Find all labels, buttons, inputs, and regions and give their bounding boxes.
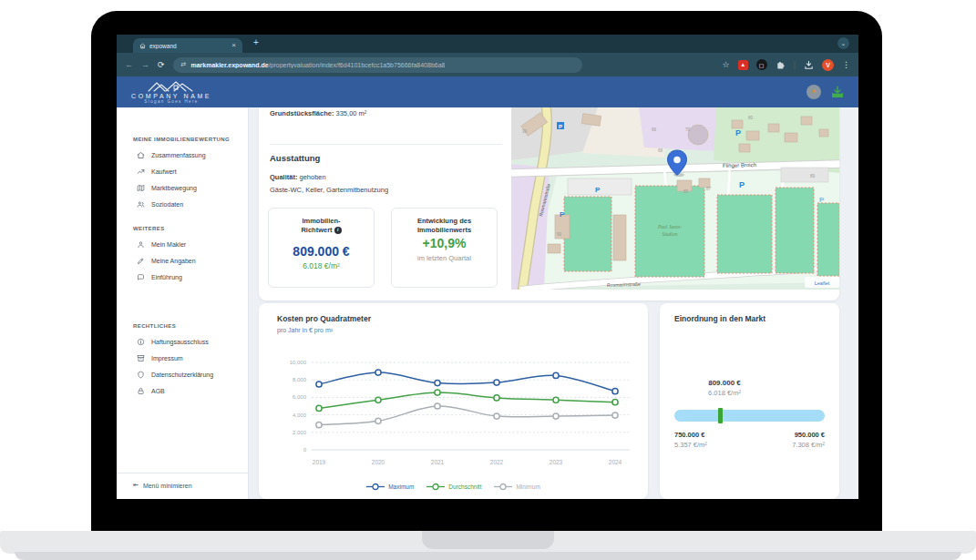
sidebar-item-label: Zusammenfassung (151, 152, 206, 158)
laptop-base-notch (422, 531, 554, 549)
sidebar-item-soziodaten[interactable]: Soziodaten (117, 196, 248, 212)
company-slogan: Slogan Goes Here (144, 99, 198, 104)
downloads-icon[interactable] (804, 60, 814, 70)
sidebar-item-zusammenfassung[interactable]: Zusammenfassung (117, 147, 248, 163)
shield-icon (137, 371, 145, 379)
tab-search-chevron-icon[interactable]: ⌄ (837, 37, 849, 49)
minimize-label: Menü minimieren (143, 483, 192, 489)
chart-title: Kosten pro Quadratmeter (277, 314, 371, 323)
url-bar[interactable]: ⇄ markmakler.expowand.de/propertyvaluati… (173, 57, 582, 73)
app-header: COMPANY NAME Slogan Goes Here ☀ (117, 76, 858, 107)
chart-legend: MaximumDurchschnittMinimum (259, 483, 648, 491)
sidebar-item-label: Meine Angaben (151, 258, 196, 264)
sidebar-section-bewertung: MEINE IMMOBILIENBEWERTUNG (133, 137, 248, 142)
development-card: Entwicklung des Immobilienwerts +10,9% i… (391, 208, 498, 288)
svg-text:8,000: 8,000 (293, 377, 307, 382)
sidebar-item-label: Soziodaten (151, 201, 183, 208)
sidebar-item-einfuehrung[interactable]: Einführung (117, 269, 248, 285)
svg-text:2020: 2020 (372, 459, 385, 465)
back-icon[interactable]: ← (125, 61, 133, 69)
sidebar-section-weiteres: WEITERES (133, 226, 248, 231)
extensions-puzzle-icon[interactable] (776, 60, 786, 70)
user-icon (137, 240, 145, 249)
market-min: 750.000 € 5.357 €/m² (674, 431, 707, 449)
tab-title: expowand (149, 43, 228, 49)
info-icon[interactable]: i (334, 227, 342, 234)
pen-icon (137, 257, 145, 265)
archive-icon (137, 354, 145, 362)
browser-menu-icon[interactable]: ⋮ (842, 61, 850, 69)
laptop-base-lip (15, 552, 961, 560)
chat-bubble-icon (137, 273, 145, 281)
svg-text:P: P (819, 196, 825, 204)
svg-text:6,000: 6,000 (293, 394, 307, 400)
tab-close-icon[interactable]: × (231, 42, 236, 49)
map-canvas[interactable]: P P P P P P 39 66 70 (511, 107, 839, 290)
browser-tab[interactable]: expowand × (133, 38, 242, 53)
sidebar-item-label: Impressum (151, 355, 183, 361)
home-favicon-icon (139, 43, 146, 49)
development-caption: im letzten Quartal (392, 254, 497, 262)
sidebar-item-kaufwert[interactable]: Kaufwert (117, 163, 248, 179)
pdf-extension-icon[interactable]: ▲ (738, 60, 748, 70)
legend-item-maximum[interactable]: Maximum (366, 483, 414, 491)
sidebar-item-mein-makler[interactable]: Mein Makler (117, 236, 248, 252)
collapse-icon: ⇤ (133, 482, 139, 489)
svg-text:4,000: 4,000 (293, 412, 307, 418)
richtwert-per-sqm: 6.018 €/m² (269, 261, 374, 270)
company-name: COMPANY NAME (131, 93, 211, 99)
market-position-marker (718, 408, 723, 423)
browser-tabbar: expowand × + ⌄ (117, 35, 858, 53)
features-title: Ausstattung (270, 153, 320, 163)
site-info-icon[interactable]: ⇄ (181, 61, 187, 68)
svg-text:68: 68 (658, 148, 663, 153)
new-tab-button[interactable]: + (253, 37, 259, 47)
property-overview-card: Grundstücksfläche: 335,00 m² Ausstattung… (259, 107, 839, 300)
sidebar-item-agb[interactable]: AGB (117, 382, 248, 399)
market-max-per-sqm: 7.308 €/m² (792, 441, 825, 449)
market-max-value: 950.000 € (792, 431, 825, 439)
svg-text:10,000: 10,000 (290, 360, 307, 365)
bookmark-star-icon[interactable]: ☆ (723, 61, 730, 69)
market-min-value: 750.000 € (674, 431, 707, 439)
profile-avatar[interactable]: V (822, 59, 834, 71)
svg-text:Stadion: Stadion (663, 231, 678, 237)
export-download-icon[interactable] (831, 86, 844, 98)
legend-item-durchschnitt[interactable]: Durchschnitt (426, 483, 481, 491)
svg-text:2022: 2022 (490, 459, 504, 465)
sidebar-item-label: Mein Makler (151, 241, 186, 248)
svg-text:2024: 2024 (609, 459, 622, 465)
extension-icon[interactable]: ▢ (756, 59, 767, 70)
svg-text:2023: 2023 (550, 459, 563, 465)
area-value: 335,00 m² (336, 109, 367, 117)
line-chart: 10,0008,0006,0004,0002,00002019202020212… (270, 345, 637, 482)
sidebar-minimize-button[interactable]: ⇤ Menü minimieren (117, 473, 248, 499)
development-title-line1: Entwicklung des (417, 217, 471, 225)
sidebar-item-meine-angaben[interactable]: Meine Angaben (117, 252, 248, 269)
legend-item-minimum[interactable]: Minimum (494, 483, 539, 491)
url-text: markmakler.expowand.de/propertyvaluation… (190, 62, 445, 68)
refresh-icon[interactable]: ⟳ (158, 61, 165, 69)
sidebar-item-datenschutz[interactable]: Datenschutzerklärung (117, 366, 248, 382)
market-range-bar (674, 410, 825, 422)
chart-subtitle: pro Jahr in € pro m² (277, 327, 333, 333)
url-path: /propertyvaluation/index/f6d4101bcefcc1a… (269, 62, 446, 68)
sidebar-item-haftungsausschluss[interactable]: Haftungsausschluss (117, 333, 248, 350)
svg-text:P: P (735, 128, 741, 137)
svg-text:P: P (739, 180, 745, 189)
map-attribution[interactable]: Leaflet (805, 277, 839, 288)
forward-icon[interactable]: → (141, 61, 149, 69)
market-current-value: 809.000 € (674, 379, 775, 387)
app-body: MEINE IMMOBILIENBEWERTUNG Zusammenfassun… (117, 107, 858, 499)
theme-toggle-sun-icon[interactable]: ☀ (806, 85, 821, 99)
area-label: Grundstücksfläche: (270, 109, 334, 117)
street-label-flinger-broich: Flinger Broich (723, 162, 756, 168)
sidebar-item-impressum[interactable]: Impressum (117, 350, 248, 366)
sidebar-item-marktbewegung[interactable]: Marktbewegung (117, 179, 248, 196)
svg-text:70: 70 (685, 127, 691, 132)
richtwert-card: Immobilien- Richtwerti 809.000 € 6.018 €… (268, 208, 375, 288)
richtwert-title-line1: Immobilien- (302, 217, 340, 225)
sidebar: MEINE IMMOBILIENBEWERTUNG Zusammenfassun… (117, 107, 249, 499)
svg-text:80: 80 (748, 116, 754, 120)
features-list: Gäste-WC, Keller, Gartenmitbenutzung (270, 186, 388, 194)
